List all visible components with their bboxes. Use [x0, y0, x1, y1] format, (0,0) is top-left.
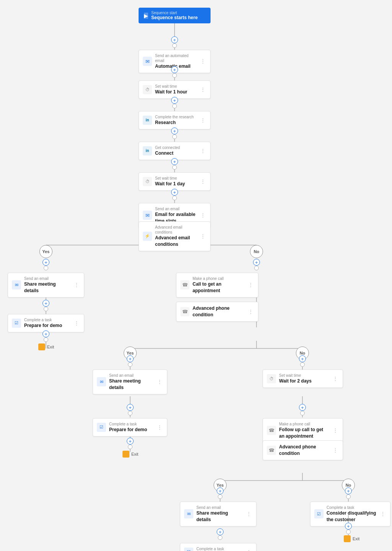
add-btn-no1[interactable]: +	[253, 259, 260, 266]
circle-no3a	[346, 494, 351, 499]
circle-no2a	[300, 362, 305, 367]
circle-yes3	[44, 337, 48, 342]
add-button-3[interactable]: +	[171, 97, 178, 104]
yes-branch-label-1: Yes	[39, 245, 52, 258]
adv-phone-2-title: Advanced phone condition	[279, 444, 329, 457]
yes-share-title: Share meeting details	[24, 281, 70, 294]
circle-yes3b	[218, 535, 222, 540]
phone-icon-2: ☎	[180, 307, 189, 316]
no-call-title: Call to get an appointment	[193, 281, 244, 294]
wait-1day-menu[interactable]: ⋮	[199, 178, 206, 185]
connect-menu[interactable]: ⋮	[199, 148, 206, 154]
yes2-prepare-demo-node: ☑ Complete a task Prepare for demo ⋮	[93, 418, 167, 437]
start-title: Sequence starts here	[151, 15, 198, 20]
email-ts-menu[interactable]: ⋮	[199, 212, 206, 218]
yes-demo-label: Complete a task	[24, 317, 70, 322]
add-btn-no2b[interactable]: +	[299, 404, 306, 411]
add-button-4[interactable]: +	[171, 128, 178, 134]
add-btn-no3a[interactable]: +	[345, 487, 352, 494]
yes2-demo-title: Prepare for demo	[109, 427, 153, 433]
sequence-start-node: ▶ Sequence start Sequence starts here	[139, 8, 211, 23]
phone-icon-4: ☎	[267, 446, 276, 455]
add-btn-yes2b[interactable]: +	[127, 404, 134, 411]
no2-wait-node: ⏱ Set wait time Wait for 2 days ⋮	[263, 370, 343, 388]
no3-disq-label: Complete a task	[327, 505, 376, 510]
exit-icon-2	[122, 451, 129, 458]
add-btn-yes3a[interactable]: +	[217, 487, 224, 494]
add-btn-yes2[interactable]: +	[42, 300, 49, 307]
circle-yes3a	[218, 494, 222, 499]
add-btn-yes2c[interactable]: +	[127, 438, 134, 445]
no2-followup-menu[interactable]: ⋮	[332, 427, 339, 433]
yes3-share-label: Send an email	[196, 505, 242, 510]
connect-title: Connect	[155, 150, 196, 157]
no-branch-label-1: No	[250, 245, 263, 258]
yes-prepare-demo-node: ☑ Complete a task Prepare for demo ⋮	[8, 314, 84, 332]
add-btn-yes3[interactable]: +	[42, 330, 49, 337]
exit-yes1: Exit	[38, 343, 54, 350]
add-button-1[interactable]: +	[171, 36, 178, 43]
yes3-prepare-demo-node: ☑ Complete a task Prepare for demo ⋮	[180, 543, 256, 551]
exit-no3: Exit	[344, 535, 359, 542]
advanced-email-node: ⚡ Advanced email conditions Advanced ema…	[139, 221, 211, 251]
add-btn-no2a[interactable]: +	[299, 355, 306, 362]
exit-yes2: Exit	[122, 451, 138, 458]
exit-icon-1	[38, 343, 45, 350]
adv-email-label: Advanced email conditions	[155, 225, 196, 235]
circle-no3b	[346, 530, 351, 534]
connect-node: in Get connected Connect ⋮	[139, 142, 211, 160]
add-button-6[interactable]: +	[171, 189, 178, 196]
research-node: in Complete the research Research ⋮	[139, 111, 211, 129]
wait-1hour-label: Set wait time	[155, 84, 196, 89]
no3-disq-menu[interactable]: ⋮	[379, 511, 386, 517]
advanced-email-icon: ⚡	[143, 232, 152, 241]
add-button-2[interactable]: +	[171, 66, 178, 73]
circle-no1	[254, 266, 259, 270]
email-ts-label: Send an email	[155, 206, 196, 211]
no2-wait-menu[interactable]: ⋮	[332, 376, 339, 382]
no-call-menu[interactable]: ⋮	[247, 282, 254, 288]
adv-phone-1-menu[interactable]: ⋮	[247, 309, 254, 315]
yes3-share-menu[interactable]: ⋮	[245, 511, 252, 517]
add-btn-yes2a[interactable]: +	[127, 355, 134, 362]
email-icon-1: ✉	[143, 57, 152, 66]
start-icon: ▶	[144, 13, 148, 19]
circle-5	[172, 165, 177, 170]
circle-yes1	[44, 266, 48, 270]
no3-disq-title: Consider disqualifying the customer	[327, 510, 376, 523]
research-menu[interactable]: ⋮	[199, 117, 206, 123]
exit-icon-4	[344, 535, 351, 542]
yes-share-menu[interactable]: ⋮	[73, 282, 80, 288]
wait-icon-2: ⏱	[143, 177, 152, 186]
phone-icon-3: ☎	[267, 426, 276, 435]
task-icon-2: ☑	[97, 423, 106, 432]
yes3-share-meeting-node: ✉ Send an email Share meeting details ⋮	[180, 502, 256, 526]
yes3-demo-menu[interactable]: ⋮	[245, 549, 252, 551]
yes2-share-label: Send an email	[109, 373, 153, 378]
circle-yes2a	[128, 362, 132, 367]
email-icon-2: ✉	[143, 211, 152, 220]
email-icon-5: ✉	[184, 509, 193, 518]
add-btn-yes3b[interactable]: +	[217, 528, 224, 535]
email-icon-4: ✉	[97, 377, 106, 386]
wait-1hour-menu[interactable]: ⋮	[199, 87, 206, 93]
yes2-demo-menu[interactable]: ⋮	[156, 424, 163, 430]
yes2-share-menu[interactable]: ⋮	[156, 379, 163, 385]
yes-demo-menu[interactable]: ⋮	[73, 320, 80, 326]
adv-phone-2-menu[interactable]: ⋮	[332, 447, 339, 453]
add-btn-yes1[interactable]: +	[42, 259, 49, 266]
no2-wait-title: Wait for 2 days	[279, 378, 329, 384]
yes2-share-title: Share meeting details	[109, 378, 153, 391]
auto-email-menu[interactable]: ⋮	[199, 58, 206, 64]
adv-email-menu[interactable]: ⋮	[199, 233, 206, 239]
wait-1day-node: ⏱ Set wait time Wait for 1 day ⋮	[139, 172, 211, 191]
adv-phone-2-node: ☎ Advanced phone condition ⋮	[263, 440, 343, 460]
adv-phone-1-node: ☎ Advanced phone condition ⋮	[176, 302, 258, 322]
research-label: Complete the research	[155, 114, 196, 119]
yes-share-meeting-node: ✉ Send an email Share meeting details ⋮	[8, 273, 84, 298]
add-button-5[interactable]: +	[171, 158, 178, 165]
circle-yes2b	[128, 411, 132, 415]
task-icon-1: ☑	[12, 319, 21, 328]
add-btn-no3b[interactable]: +	[345, 523, 352, 530]
no2-followup-node: ☎ Make a phone call Follow up call to ge…	[263, 418, 343, 443]
